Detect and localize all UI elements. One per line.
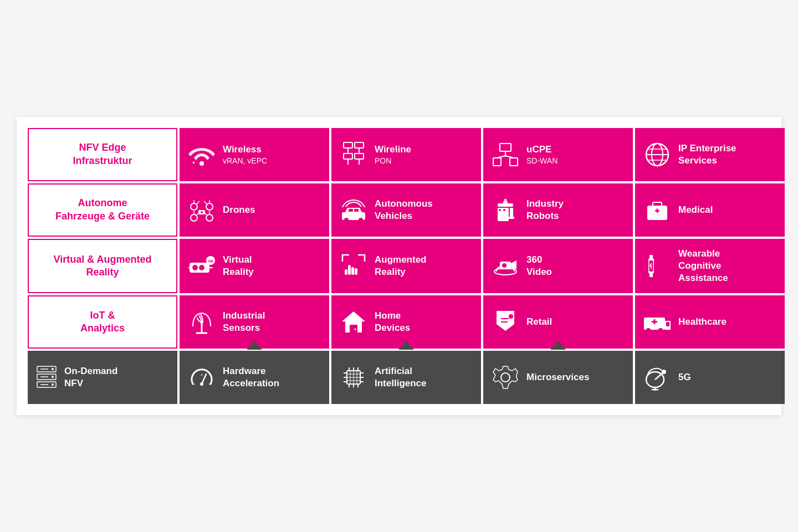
svg-rect-63 xyxy=(345,269,347,275)
svg-point-93 xyxy=(52,368,54,370)
svg-rect-62 xyxy=(355,268,357,275)
svg-point-78 xyxy=(355,329,356,330)
home-icon xyxy=(339,309,368,335)
cell-healthcare[interactable]: Healthcare xyxy=(635,295,785,349)
category-nfv-edge: NFV EdgeInfrastruktur xyxy=(28,128,177,181)
retail-text: Retail xyxy=(526,316,625,328)
svg-point-56 xyxy=(192,265,198,270)
ip-enterprise-text: IP EnterpriseServices xyxy=(678,142,777,167)
svg-rect-52 xyxy=(657,208,658,213)
svg-point-72 xyxy=(651,268,652,269)
diagram-container: NFV EdgeInfrastruktur Wireless vRAN, vEP… xyxy=(17,117,781,415)
svg-rect-45 xyxy=(510,208,513,217)
svg-rect-11 xyxy=(493,158,501,166)
5g-text: 5G xyxy=(678,371,777,383)
car-icon xyxy=(339,198,368,222)
cell-hardware-acceleration[interactable]: HardwareAcceleration xyxy=(180,351,329,404)
category-on-demand: On-DemandNFV xyxy=(28,351,177,404)
svg-line-14 xyxy=(497,156,505,158)
wearable-icon xyxy=(643,253,672,279)
cell-microservices[interactable]: Microservices xyxy=(483,351,633,404)
home-devices-text: HomeDevices xyxy=(375,310,473,334)
svg-point-99 xyxy=(200,382,203,386)
svg-text:VR: VR xyxy=(208,259,213,263)
ar-icon xyxy=(339,253,368,279)
category-vr-ar: Virtual & AugmentedReality xyxy=(28,239,177,293)
svg-rect-37 xyxy=(349,209,353,212)
category-label-iot: IoT &Analytics xyxy=(80,309,125,335)
360-video-text: 360Video xyxy=(526,254,625,278)
svg-rect-12 xyxy=(510,158,518,166)
medical-text: Medical xyxy=(678,204,777,216)
cell-wireless[interactable]: Wireless vRAN, vEPC xyxy=(180,128,329,181)
wireline-text: Wireline PON xyxy=(375,144,473,166)
svg-rect-4 xyxy=(344,154,352,159)
augmented-reality-text: AugmentedReality xyxy=(375,254,473,278)
cell-wearable[interactable]: WearableCognitiveAssistance xyxy=(635,239,785,293)
main-grid: NFV EdgeInfrastruktur Wireless vRAN, vEP… xyxy=(28,128,770,404)
cell-drones[interactable]: Drones xyxy=(180,183,329,237)
svg-point-79 xyxy=(509,314,513,319)
artificial-intelligence-text: ArtificialIntelligence xyxy=(375,365,473,390)
autonomous-vehicles-text: AutonomousVehicles xyxy=(375,198,473,222)
svg-point-84 xyxy=(646,328,651,334)
svg-point-39 xyxy=(344,218,349,222)
cell-360-video[interactable]: 360Video xyxy=(483,239,633,293)
retail-icon xyxy=(491,309,520,335)
cell-autonomous-vehicles[interactable]: AutonomousVehicles xyxy=(331,183,481,237)
svg-point-25 xyxy=(206,203,213,210)
cell-virtual-reality[interactable]: VR VirtualReality xyxy=(180,239,329,293)
svg-point-57 xyxy=(199,265,204,270)
svg-point-48 xyxy=(503,209,505,211)
cell-ip-enterprise[interactable]: IP EnterpriseServices xyxy=(635,128,785,181)
microservices-text: Microservices xyxy=(526,371,625,383)
arrow-indicator-2 xyxy=(398,341,414,350)
svg-rect-77 xyxy=(350,325,357,332)
cell-ucpe[interactable]: uCPE SD-WAN xyxy=(483,128,633,181)
cell-wireline[interactable]: Wireline PON xyxy=(331,128,481,181)
svg-point-31 xyxy=(206,214,213,221)
wireline-icon xyxy=(339,141,368,168)
sensors-icon xyxy=(187,309,216,335)
svg-line-15 xyxy=(505,156,514,158)
cell-industry-robots[interactable]: IndustryRobots xyxy=(483,183,633,237)
svg-point-40 xyxy=(359,218,363,222)
drones-text: Drones xyxy=(223,204,321,216)
gear-icon xyxy=(491,364,520,391)
svg-point-73 xyxy=(200,320,203,324)
on-demand-text: On-DemandNFV xyxy=(64,365,170,390)
cell-home-devices[interactable]: HomeDevices xyxy=(331,295,481,349)
cell-medical[interactable]: Medical xyxy=(635,183,785,237)
svg-marker-66 xyxy=(511,260,516,269)
svg-point-0 xyxy=(200,161,204,166)
svg-point-67 xyxy=(502,263,507,268)
category-label-vr: Virtual & AugmentedReality xyxy=(53,253,151,279)
cell-augmented-reality[interactable]: AugmentedReality xyxy=(331,239,481,293)
speedometer-icon xyxy=(187,364,216,391)
svg-rect-3 xyxy=(355,142,364,148)
svg-point-95 xyxy=(52,376,54,378)
wearable-text: WearableCognitiveAssistance xyxy=(678,248,777,284)
medical-icon xyxy=(643,198,672,222)
svg-rect-42 xyxy=(504,199,507,202)
nfv-rack-icon xyxy=(35,365,58,390)
svg-rect-10 xyxy=(500,144,511,151)
svg-rect-2 xyxy=(344,142,352,148)
ucpe-icon xyxy=(491,142,520,167)
chip-icon xyxy=(339,364,368,391)
cell-industrial-sensors[interactable]: IndustrialSensors xyxy=(180,295,329,349)
svg-rect-43 xyxy=(498,203,513,207)
svg-rect-88 xyxy=(666,322,669,326)
video360-icon xyxy=(491,254,520,278)
svg-line-27 xyxy=(204,201,207,204)
vr-icon: VR xyxy=(187,254,216,278)
svg-rect-38 xyxy=(354,209,359,212)
cell-retail[interactable]: Retail xyxy=(483,295,633,349)
cell-artificial-intelligence[interactable]: ArtificialIntelligence xyxy=(331,351,481,404)
robot-icon xyxy=(491,197,520,223)
healthcare-icon xyxy=(643,310,672,334)
svg-rect-5 xyxy=(355,154,364,159)
cell-5g[interactable]: 5G xyxy=(635,351,785,404)
arrow-indicator xyxy=(247,341,262,350)
svg-line-24 xyxy=(197,201,200,204)
